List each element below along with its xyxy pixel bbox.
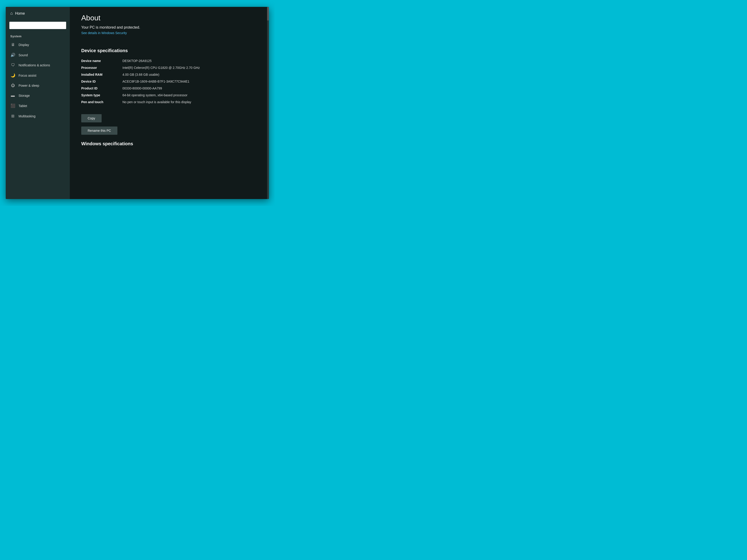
spec-value-system-type: 64-bit operating system, x64-based proce… [123, 93, 256, 97]
spec-value-device-id: ACEC8F1B-1609-4ABB-B7F1-3A9C77C944E1 [123, 80, 256, 83]
sidebar-item-display[interactable]: 🖥 Display [6, 40, 70, 50]
spec-row-pen-touch: Pen and touch No pen or touch input is a… [81, 99, 256, 105]
sidebar-item-multitasking-label: Multitasking [19, 114, 35, 118]
sidebar-item-focus-label: Focus assist [19, 74, 36, 77]
sidebar-item-notifications-label: Notifications & actions [19, 63, 50, 67]
spec-value-ram: 4.00 GB (3.68 GB usable) [123, 73, 256, 76]
sidebar-item-power[interactable]: ⏻ Power & sleep [6, 81, 70, 90]
spec-row-system-type: System type 64-bit operating system, x64… [81, 92, 256, 99]
spec-value-device-name: DESKTOP-26A9125 [123, 59, 256, 63]
sidebar-item-multitasking[interactable]: ⊞ Multitasking [6, 111, 70, 121]
sidebar-item-power-label: Power & sleep [19, 84, 39, 87]
spec-row-device-name: Device name DESKTOP-26A9125 [81, 57, 256, 64]
page-title: About [81, 14, 256, 22]
windows-specs-heading: Windows specifications [81, 141, 256, 146]
sidebar-item-tablet[interactable]: ⬛ Tablet [6, 101, 70, 111]
sidebar-item-notifications[interactable]: 🗨 Notifications & actions [6, 60, 70, 70]
display-icon: 🖥 [10, 43, 15, 47]
power-icon: ⏻ [10, 83, 15, 88]
home-label: Home [15, 11, 25, 16]
sidebar-item-storage-label: Storage [19, 94, 30, 98]
focus-icon: 🌙 [10, 73, 15, 78]
spec-row-ram: Installed RAM 4.00 GB (3.68 GB usable) [81, 71, 256, 78]
spec-label-device-name: Device name [81, 59, 123, 63]
sound-icon: 🔊 [10, 53, 15, 57]
spec-label-device-id: Device ID [81, 80, 123, 83]
tablet-icon: ⬛ [10, 103, 15, 108]
spec-row-product-id: Product ID 00330-80000-00000-AA799 [81, 85, 256, 92]
scrollbar-thumb[interactable] [267, 7, 269, 21]
home-nav-item[interactable]: ⌂ Home [6, 7, 70, 20]
spec-label-product-id: Product ID [81, 86, 123, 90]
device-specs-heading: Device specifications [81, 48, 256, 53]
home-icon: ⌂ [10, 11, 13, 16]
spec-label-ram: Installed RAM [81, 73, 123, 76]
settings-window: ⌂ Home System 🖥 Display 🔊 Sound 🗨 Notifi… [6, 7, 269, 199]
sidebar-item-tablet-label: Tablet [19, 104, 27, 108]
spec-label-pen-touch: Pen and touch [81, 100, 123, 104]
section-label: System [6, 33, 70, 40]
copy-button[interactable]: Copy [81, 114, 102, 123]
search-box [9, 22, 66, 29]
search-input[interactable] [9, 22, 66, 29]
sidebar-item-sound-label: Sound [19, 53, 28, 57]
spec-row-device-id: Device ID ACEC8F1B-1609-4ABB-B7F1-3A9C77… [81, 78, 256, 85]
scrollbar[interactable] [267, 7, 269, 199]
sidebar-item-storage[interactable]: ▬ Storage [6, 90, 70, 101]
rename-pc-button[interactable]: Rename this PC [81, 127, 118, 135]
spec-value-product-id: 00330-80000-00000-AA799 [123, 86, 256, 90]
sidebar-item-focus[interactable]: 🌙 Focus assist [6, 70, 70, 81]
security-link[interactable]: See details in Windows Security [81, 31, 127, 35]
spec-value-processor: Intel(R) Celeron(R) CPU G1820 @ 2.70GHz … [123, 66, 256, 70]
sidebar-item-display-label: Display [19, 43, 29, 47]
multitasking-icon: ⊞ [10, 114, 15, 118]
protection-text: Your PC is monitored and protected. [81, 25, 256, 29]
storage-icon: ▬ [10, 93, 15, 98]
spec-value-pen-touch: No pen or touch input is available for t… [123, 100, 256, 104]
main-content: About Your PC is monitored and protected… [70, 7, 267, 199]
spec-label-system-type: System type [81, 93, 123, 97]
spec-row-processor: Processor Intel(R) Celeron(R) CPU G1820 … [81, 64, 256, 71]
spec-label-processor: Processor [81, 66, 123, 70]
notifications-icon: 🗨 [10, 63, 15, 68]
sidebar-item-sound[interactable]: 🔊 Sound [6, 50, 70, 60]
sidebar: ⌂ Home System 🖥 Display 🔊 Sound 🗨 Notifi… [6, 7, 70, 199]
